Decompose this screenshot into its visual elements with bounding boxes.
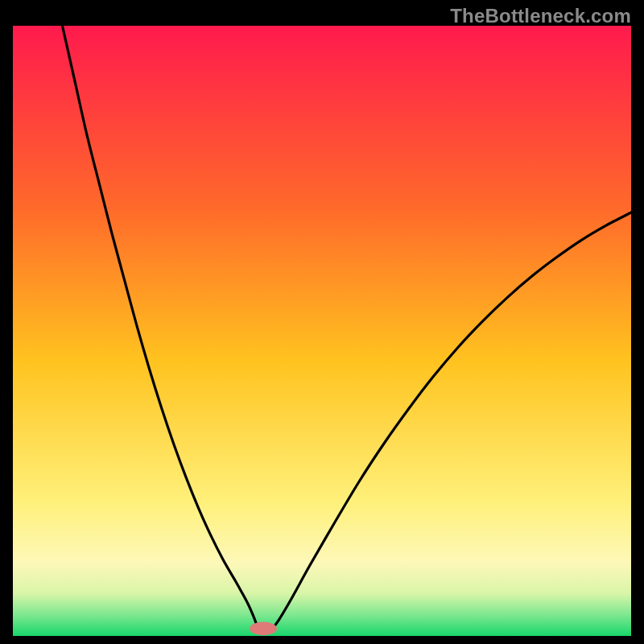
bottleneck-chart (13, 26, 631, 636)
watermark-text: TheBottleneck.com (450, 5, 631, 27)
chart-frame (13, 26, 631, 636)
minimum-marker (250, 622, 277, 636)
